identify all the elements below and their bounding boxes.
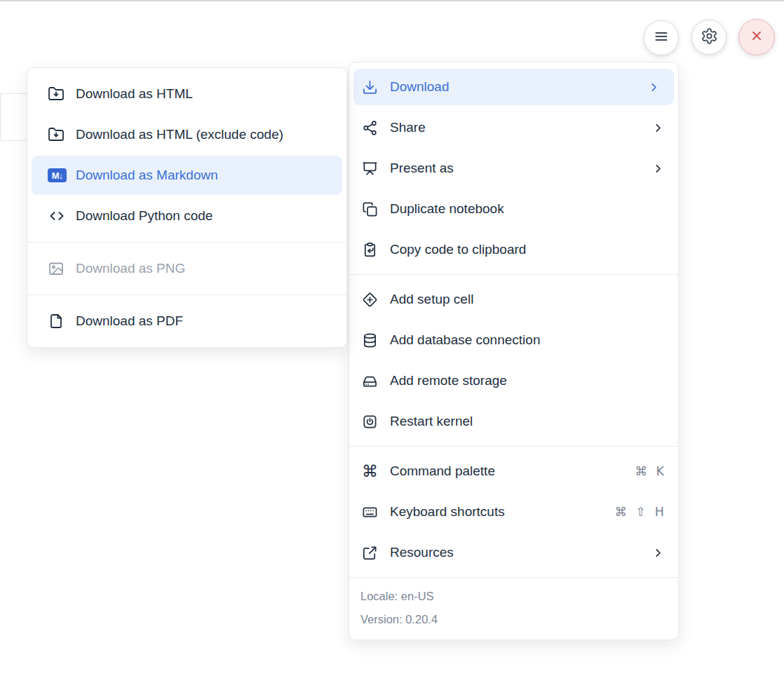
menu-item-label: Resources [390,545,454,560]
menu-item-label: Share [390,120,426,135]
menu-item-label: Add setup cell [390,292,473,307]
menu-item-download-as-html[interactable]: Download as HTML [27,74,346,114]
clipboard-copy-icon [362,242,381,258]
menu-item-present-as[interactable]: Present as [349,148,678,189]
menu-item-resources[interactable]: Resources [349,532,678,573]
power-icon [362,414,381,430]
menu-item-label: Download [390,79,450,95]
markdown-icon: M↓ [48,168,67,182]
menu-item-label: Add remote storage [390,373,507,388]
keyboard-icon [362,504,381,520]
menu-item-download[interactable]: Download [353,69,674,105]
menu-item-share[interactable]: Share [349,107,678,148]
menu-item-label: Download as PDF [76,313,183,329]
folder-download-icon [48,126,67,143]
menu-item-label: Duplicate notebook [390,201,504,217]
close-icon [749,28,764,46]
code-icon [48,208,67,224]
hamburger-menu-button[interactable] [644,20,679,55]
menu-item-label: Keyboard shortcuts [390,504,505,520]
version-text: Version: 0.20.4 [360,608,678,631]
menu-item-download-as-html-exclude-code[interactable]: Download as HTML (exclude code) [27,114,346,155]
menu-footer: Locale: en-US Version: 0.20.4 [349,577,678,640]
menu-item-label: Command palette [390,464,495,479]
menu-item-download-as-png[interactable]: Download as PNG [27,248,346,289]
menu-item-label: Add database connection [390,332,540,348]
hard-drive-icon [362,373,381,389]
menu-item-download-as-pdf[interactable]: Download as PDF [27,301,346,341]
chevron-right-icon [648,81,660,93]
menu-item-label: Download as HTML [76,86,193,102]
diamond-plus-icon [362,292,381,308]
menu-item-command-palette[interactable]: ⌘ Command palette ⌘ K [349,451,678,492]
settings-button[interactable] [691,20,726,55]
top-divider [0,0,784,1]
menu-item-label: Copy code to clipboard [390,242,526,257]
chevron-right-icon [652,122,664,134]
shortcut-label: ⌘ ⇧ H [615,505,664,519]
menu-item-copy-code-to-clipboard[interactable]: Copy code to clipboard [349,229,678,270]
image-icon [48,260,67,277]
external-link-icon [362,545,381,561]
background-cell-border [0,93,28,94]
menu-item-label: Restart kernel [390,414,473,429]
menu-item-label: Present as [390,161,454,176]
menu-item-label: Download as HTML (exclude code) [76,127,283,142]
share-icon [362,120,381,136]
background-cell-border [0,93,1,140]
chevron-right-icon [652,547,664,559]
shortcut-label: ⌘ K [635,464,664,478]
chevron-right-icon [652,163,664,175]
locale-text: Locale: en-US [360,585,678,608]
gear-icon [701,27,718,48]
notebook-menu: Download Share [349,62,679,640]
menu-item-download-as-markdown[interactable]: M↓ Download as Markdown [32,156,342,195]
menu-item-label: Download as PNG [76,261,185,276]
menu-item-add-remote-storage[interactable]: Add remote storage [349,360,678,401]
menu-item-keyboard-shortcuts[interactable]: Keyboard shortcuts ⌘ ⇧ H [349,492,678,532]
database-icon [362,332,381,349]
close-button[interactable] [738,19,775,55]
menu-item-add-setup-cell[interactable]: Add setup cell [349,279,678,320]
page: Download as HTML Download as HTML (exclu… [0,0,784,690]
background-cell-border [0,140,28,141]
command-icon: ⌘ [362,464,381,480]
file-icon [48,313,67,330]
presentation-icon [362,161,381,177]
download-icon [362,79,381,95]
menu-item-label: Download Python code [76,208,212,224]
menu-item-duplicate-notebook[interactable]: Duplicate notebook [349,189,678,229]
download-submenu: Download as HTML Download as HTML (exclu… [27,67,347,348]
folder-download-icon [48,86,67,102]
menu-item-label: Download as Markdown [76,168,218,183]
copy-icon [362,201,381,217]
hamburger-icon [653,28,670,48]
menu-item-add-database-connection[interactable]: Add database connection [349,320,678,360]
menu-item-download-python-code[interactable]: Download Python code [27,196,346,236]
menu-item-restart-kernel[interactable]: Restart kernel [349,401,678,442]
